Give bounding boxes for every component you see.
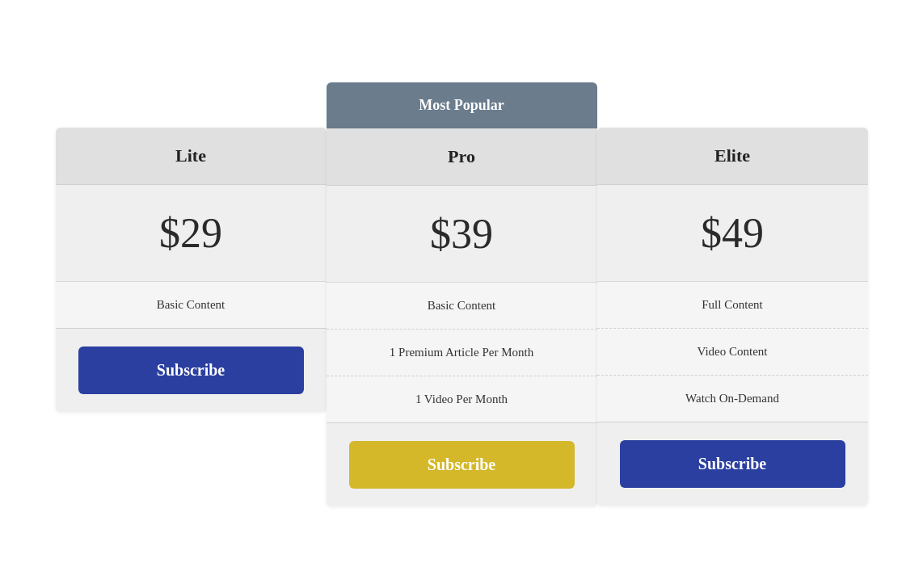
plan-price-pro: $39: [430, 211, 493, 257]
plan-header-lite: Lite: [56, 128, 327, 185]
plan-price-section-lite: $29: [56, 185, 327, 282]
plan-price-section-pro: $39: [327, 186, 597, 283]
plan-footer-elite: Subscribe: [597, 422, 868, 506]
plan-header-pro: Pro: [327, 128, 597, 186]
plan-features-pro: Basic Content 1 Premium Article Per Mont…: [327, 283, 597, 422]
feature-item-pro-0: Basic Content: [327, 283, 597, 330]
feature-item-lite-0: Basic Content: [56, 282, 327, 328]
feature-item-pro-1: 1 Premium Article Per Month: [327, 330, 597, 376]
feature-item-elite-0: Full Content: [597, 282, 868, 329]
feature-item-pro-2: 1 Video Per Month: [327, 376, 597, 422]
feature-item-elite-1: Video Content: [597, 329, 868, 376]
plan-name-elite: Elite: [714, 145, 750, 166]
plan-price-lite: $29: [159, 210, 222, 256]
plan-wrapper-lite: Lite $29 Basic Content Subscribe: [56, 82, 327, 412]
subscribe-button-lite[interactable]: Subscribe: [78, 346, 304, 394]
plan-card-lite: Lite $29 Basic Content Subscribe: [56, 128, 327, 412]
plan-card-elite: Elite $49 Full Content Video Content Wat…: [597, 128, 868, 506]
plan-name-pro: Pro: [448, 146, 475, 166]
plan-footer-pro: Subscribe: [327, 422, 597, 506]
subscribe-button-elite[interactable]: Subscribe: [620, 440, 845, 488]
plan-features-elite: Full Content Video Content Watch On-Dema…: [597, 282, 868, 422]
plan-wrapper-pro: Most Popular Pro $39 Basic Content 1 Pre…: [327, 82, 597, 506]
pricing-container: Lite $29 Basic Content Subscribe Most Po…: [7, 50, 917, 539]
plan-name-lite: Lite: [175, 145, 206, 166]
plan-header-elite: Elite: [597, 128, 868, 185]
most-popular-badge: Most Popular: [327, 82, 597, 128]
feature-item-elite-2: Watch On-Demand: [597, 376, 868, 422]
plan-price-section-elite: $49: [597, 185, 868, 282]
plan-features-lite: Basic Content: [56, 282, 327, 328]
subscribe-button-pro[interactable]: Subscribe: [349, 441, 575, 489]
plan-price-elite: $49: [701, 210, 764, 256]
plan-wrapper-elite: Elite $49 Full Content Video Content Wat…: [597, 82, 868, 506]
plan-card-pro: Pro $39 Basic Content 1 Premium Article …: [327, 128, 597, 506]
plan-footer-lite: Subscribe: [56, 328, 327, 412]
